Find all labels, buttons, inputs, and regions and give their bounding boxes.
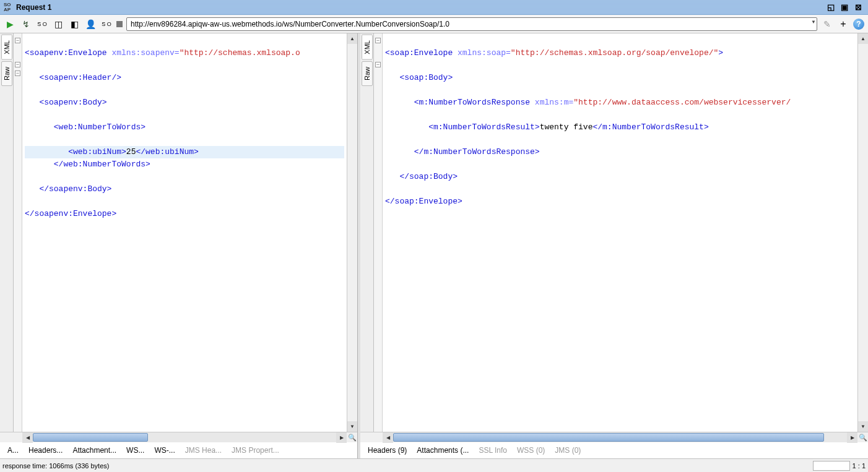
scroll-down-icon[interactable]: ▼ bbox=[347, 421, 357, 432]
fold-toggle[interactable]: − bbox=[375, 62, 381, 67]
response-fold-gutter: − − bbox=[374, 33, 383, 432]
request-horizontal-scrollbar[interactable]: ◀ ▶ 🔍 bbox=[0, 432, 357, 442]
response-panel: XML Raw − − <soap:Envelope xmlns:soap="h… bbox=[360, 33, 868, 458]
response-vertical-scrollbar[interactable]: ▲ ▼ bbox=[857, 33, 868, 432]
soap-action-icon[interactable]: S O bbox=[100, 18, 113, 30]
response-side-tabs: XML Raw bbox=[360, 33, 374, 432]
request-editor[interactable]: <soapenv:Envelope xmlns:soapenv="http://… bbox=[22, 33, 347, 432]
format-code-icon[interactable]: S O bbox=[36, 18, 48, 30]
tab-response-headers[interactable]: Headers (9) bbox=[368, 446, 407, 455]
fold-toggle[interactable]: − bbox=[15, 62, 20, 67]
search-icon[interactable]: 🔍 bbox=[857, 432, 868, 443]
stop-button[interactable] bbox=[116, 21, 123, 27]
add-button[interactable]: + bbox=[837, 18, 849, 30]
response-editor[interactable]: <soap:Envelope xmlns:soap="http://schema… bbox=[383, 33, 857, 432]
request-tab-xml[interactable]: XML bbox=[1, 35, 12, 60]
tab-wss[interactable]: WSS (0) bbox=[517, 446, 545, 455]
scroll-right-icon[interactable]: ▶ bbox=[847, 432, 857, 443]
toolbar: ▶ ↯ S O ◫ ◧ 👤 S O ▼ ✎ + ? bbox=[0, 15, 868, 33]
submit-all-button[interactable]: ↯ bbox=[20, 18, 32, 30]
request-bottom-tabs: A... Headers... Attachment... WS... WS-.… bbox=[0, 442, 357, 458]
window-titlebar: SOAP Request 1 ◱ ▣ ⊠ bbox=[0, 0, 868, 15]
status-bar: response time: 1066ms (336 bytes) 1 : 1 bbox=[0, 458, 868, 472]
scroll-down-icon[interactable]: ▼ bbox=[858, 421, 868, 432]
maximize-window-icon[interactable]: ▣ bbox=[838, 2, 851, 13]
scroll-right-icon[interactable]: ▶ bbox=[336, 432, 347, 443]
tab-jms-headers[interactable]: JMS Hea... bbox=[185, 446, 222, 455]
scroll-up-icon[interactable]: ▲ bbox=[347, 33, 357, 44]
scroll-left-icon[interactable]: ◀ bbox=[383, 432, 393, 443]
response-tab-raw[interactable]: Raw bbox=[362, 61, 373, 86]
scroll-left-icon[interactable]: ◀ bbox=[22, 432, 33, 443]
tab-auth[interactable]: A... bbox=[7, 446, 19, 455]
status-progress-box bbox=[813, 461, 850, 471]
fold-toggle[interactable]: − bbox=[375, 38, 381, 43]
tab-jms[interactable]: JMS (0) bbox=[555, 446, 581, 455]
minimize-window-icon[interactable]: ◱ bbox=[825, 2, 837, 13]
fold-toggle[interactable]: − bbox=[15, 38, 20, 43]
request-fold-gutter: − − − bbox=[14, 33, 22, 432]
help-icon[interactable]: ? bbox=[853, 19, 864, 30]
split-icon[interactable]: ◧ bbox=[68, 18, 80, 30]
tab-headers[interactable]: Headers... bbox=[28, 446, 63, 455]
request-side-tabs: XML Raw bbox=[0, 33, 14, 432]
response-horizontal-scrollbar[interactable]: ◀ ▶ 🔍 bbox=[360, 432, 868, 442]
response-bottom-tabs: Headers (9) Attachments (... SSL Info WS… bbox=[360, 442, 868, 458]
status-response-time: response time: 1066ms (336 bytes) bbox=[2, 462, 109, 470]
tab-ssl-info[interactable]: SSL Info bbox=[479, 446, 507, 455]
tab-jms-properties[interactable]: JMS Propert... bbox=[232, 446, 279, 455]
tab-ws[interactable]: WS... bbox=[126, 446, 144, 455]
tab-ws-rm[interactable]: WS-... bbox=[154, 446, 175, 455]
main-area: XML Raw − − − <soapenv:Envelope xmlns:so… bbox=[0, 33, 868, 458]
request-panel: XML Raw − − − <soapenv:Envelope xmlns:so… bbox=[0, 33, 358, 458]
response-tab-xml[interactable]: XML bbox=[362, 35, 373, 60]
user-icon[interactable]: 👤 bbox=[84, 18, 97, 30]
fold-toggle[interactable]: − bbox=[15, 71, 20, 76]
scroll-up-icon[interactable]: ▲ bbox=[858, 33, 868, 44]
soap-icon: SOAP bbox=[4, 2, 14, 12]
tab-response-attachments[interactable]: Attachments (... bbox=[417, 446, 469, 455]
run-button[interactable]: ▶ bbox=[4, 18, 16, 30]
resize-icon[interactable]: ◫ bbox=[52, 18, 64, 30]
window-title: Request 1 bbox=[16, 3, 51, 12]
request-tab-raw[interactable]: Raw bbox=[1, 61, 12, 86]
tab-attachments[interactable]: Attachment... bbox=[72, 446, 116, 455]
edit-endpoint-icon[interactable]: ✎ bbox=[821, 18, 833, 30]
close-window-icon[interactable]: ⊠ bbox=[852, 2, 864, 13]
url-dropdown-icon[interactable]: ▼ bbox=[811, 19, 816, 25]
url-input[interactable] bbox=[126, 17, 817, 31]
status-cursor-position: 1 : 1 bbox=[853, 462, 866, 470]
request-vertical-scrollbar[interactable]: ▲ ▼ bbox=[347, 33, 357, 432]
search-icon[interactable]: 🔍 bbox=[347, 432, 357, 443]
